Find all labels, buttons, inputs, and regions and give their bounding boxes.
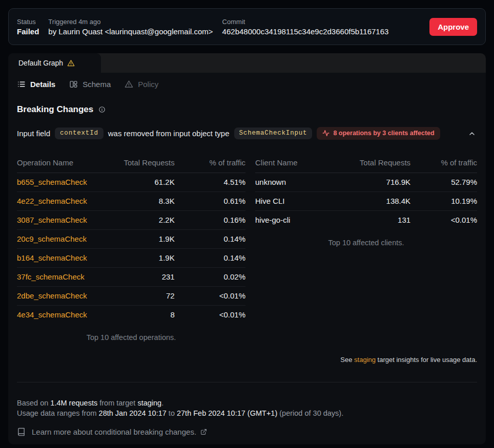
change-text-prefix: Input field — [17, 129, 50, 138]
usage-text: Based on — [17, 399, 50, 407]
check-card-body: Details Schema — [8, 73, 486, 444]
learn-more-link[interactable]: Learn more about conditional breaking ch… — [17, 428, 477, 436]
operation-link[interactable]: b164_schemaCheck — [17, 253, 87, 262]
type-code-badge: SchemaCheckInput — [234, 127, 313, 139]
approve-button[interactable]: Approve — [429, 18, 477, 36]
commit-label: Commit — [222, 18, 389, 26]
traffic-cell: 0.14% — [175, 230, 245, 249]
external-link-icon — [200, 429, 207, 435]
usage-line-2: Usage data ranges from 28th Jan 2024 10:… — [17, 408, 477, 418]
insights-note: See staging target insights for live usa… — [17, 356, 477, 364]
schema-icon — [69, 80, 78, 89]
staging-insights-link[interactable]: staging — [354, 356, 376, 364]
usage-text: from target — [97, 399, 137, 407]
total-requests-cell: 72 — [120, 287, 175, 306]
total-requests-cell: 61.2K — [120, 173, 175, 192]
commit-hash: 462b48000c34198115c34e9c2d3660f5b1167163 — [222, 27, 389, 36]
operation-link[interactable]: 2dbe_schemaCheck — [17, 291, 87, 300]
schema-check-page: Status Failed Triggered 4m ago by Laurin… — [0, 0, 494, 448]
usage-tables: Operation Name Total Requests % of traff… — [17, 153, 477, 342]
warning-icon — [67, 59, 75, 67]
footer-divider — [17, 382, 477, 382]
operation-link[interactable]: 4e34_schemaCheck — [17, 310, 87, 319]
col-traffic: % of traffic — [175, 153, 245, 173]
insights-pre: See — [340, 356, 354, 364]
breaking-changes-title: Breaking Changes — [17, 104, 93, 115]
learn-more-label: Learn more about conditional breaking ch… — [32, 428, 196, 436]
list-icon — [17, 80, 26, 89]
book-icon — [17, 428, 26, 436]
status-field: Status Failed — [17, 18, 39, 36]
tab-policy-label: Policy — [138, 80, 158, 89]
table-header-row: Client Name Total Requests % of traffic — [255, 153, 477, 173]
usage-line-1: Based on 1.4M requests from target stagi… — [17, 398, 477, 408]
status-value: Failed — [17, 27, 39, 36]
total-requests-cell: 131 — [355, 211, 410, 230]
operation-link[interactable]: 37fc_schemaCheck — [17, 272, 85, 281]
table-row: b655_schemaCheck61.2K4.51% — [17, 173, 245, 192]
collapse-chevron-button[interactable] — [467, 129, 477, 139]
total-requests-cell: 138.4K — [355, 192, 410, 211]
chevron-up-icon — [468, 130, 476, 138]
clients-table: Client Name Total Requests % of traffic … — [255, 153, 477, 229]
graph-tab-bar: Default Graph — [8, 53, 486, 73]
view-tabs: Details Schema — [17, 73, 477, 94]
traffic-cell: 52.79% — [410, 173, 477, 192]
total-requests-cell: 1.9K — [120, 230, 175, 249]
traffic-cell: 0.14% — [175, 249, 245, 268]
range-start: 28th Jan 2024 10:17 — [99, 409, 167, 417]
table-row: Hive CLI138.4K10.19% — [255, 192, 477, 211]
field-code-badge: contextId — [55, 127, 104, 139]
operations-caption: Top 10 affected operations. — [17, 333, 245, 342]
total-requests-cell: 2.2K — [120, 211, 175, 230]
table-row: unknown716.9K52.79% — [255, 173, 477, 192]
insights-post: target insights for live usage data. — [376, 356, 477, 364]
operation-link[interactable]: b655_schemaCheck — [17, 178, 87, 186]
table-row: 4e34_schemaCheck8<0.01% — [17, 306, 245, 325]
tab-schema[interactable]: Schema — [69, 80, 111, 89]
total-requests-cell: 716.9K — [355, 173, 410, 192]
traffic-cell: 0.02% — [175, 268, 245, 287]
operation-link[interactable]: 3087_schemaCheck — [17, 216, 87, 224]
graph-tab-label: Default Graph — [18, 59, 63, 67]
operations-table: Operation Name Total Requests % of traff… — [17, 153, 245, 324]
traffic-cell: 0.61% — [175, 192, 245, 211]
col-total-requests: Total Requests — [355, 153, 410, 173]
affected-operations-badge[interactable]: 8 operations by 3 clients affected — [317, 127, 440, 140]
traffic-cell: 4.51% — [175, 173, 245, 192]
total-requests-cell: 231 — [120, 268, 175, 287]
col-operation-name: Operation Name — [17, 153, 120, 173]
usage-summary: Based on 1.4M requests from target stagi… — [17, 398, 477, 418]
table-row: 3087_schemaCheck2.2K0.16% — [17, 211, 245, 230]
triggered-field: Triggered 4m ago by Laurin Quast <laurin… — [48, 18, 213, 36]
usage-text: . — [161, 399, 163, 407]
col-client-name: Client Name — [255, 153, 355, 173]
breaking-changes-header: Breaking Changes — [17, 104, 477, 115]
traffic-cell: <0.01% — [175, 287, 245, 306]
tab-details[interactable]: Details — [17, 80, 55, 89]
triggered-author: by Laurin Quast <laurinquast@googlemail.… — [48, 27, 213, 36]
traffic-cell: 0.16% — [175, 211, 245, 230]
total-requests-cell: 8 — [120, 306, 175, 325]
breaking-change-row: Input field contextId was removed from i… — [17, 127, 477, 140]
client-name: hive-go-cli — [255, 216, 290, 224]
activity-icon — [322, 130, 330, 137]
table-row: 4e22_schemaCheck8.3K0.61% — [17, 192, 245, 211]
tab-default-graph[interactable]: Default Graph — [8, 53, 101, 73]
check-card: Default Graph Det — [8, 53, 486, 444]
operation-link[interactable]: 20c9_schemaCheck — [17, 234, 87, 243]
info-icon[interactable] — [98, 106, 106, 113]
status-label: Status — [17, 18, 39, 26]
request-count: 1.4M requests — [50, 399, 97, 407]
total-requests-cell: 8.3K — [120, 192, 175, 211]
operation-link[interactable]: 4e22_schemaCheck — [17, 197, 87, 205]
col-traffic: % of traffic — [410, 153, 477, 173]
table-row: b164_schemaCheck1.9K0.14% — [17, 249, 245, 268]
change-text-middle: was removed from input object type — [108, 129, 230, 138]
traffic-cell: 10.19% — [410, 192, 477, 211]
tab-policy[interactable]: Policy — [125, 80, 158, 89]
traffic-cell: <0.01% — [410, 211, 477, 230]
client-name: Hive CLI — [255, 197, 285, 205]
range-end: 27th Feb 2024 10:17 (GMT+1) — [177, 409, 277, 417]
status-bar: Status Failed Triggered 4m ago by Laurin… — [8, 8, 486, 45]
